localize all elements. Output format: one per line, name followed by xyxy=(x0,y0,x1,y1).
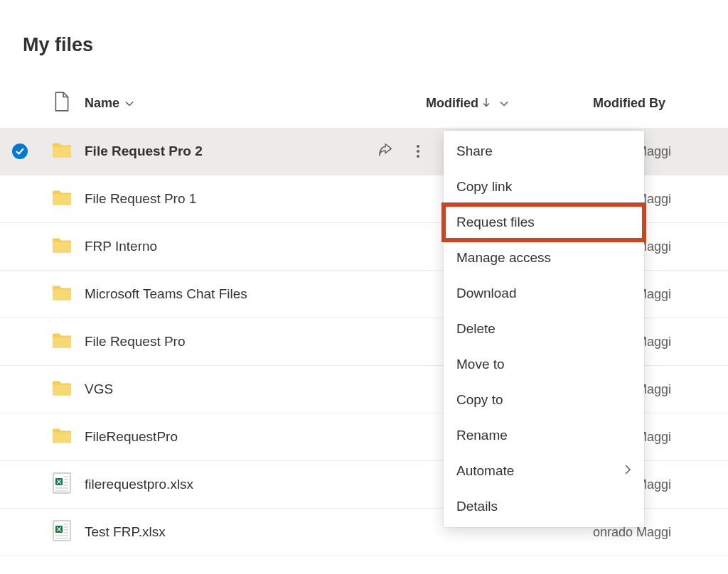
menu-item-automate[interactable]: Automate xyxy=(444,453,644,489)
menu-item-copy-link[interactable]: Copy link xyxy=(444,169,644,205)
menu-item-label: Delete xyxy=(456,321,496,337)
menu-item-move-to[interactable]: Move to xyxy=(444,347,644,382)
modified-column-header[interactable]: Modified xyxy=(426,96,593,111)
menu-item-label: Manage access xyxy=(456,250,551,266)
folder-icon xyxy=(39,427,85,448)
menu-item-label: Download xyxy=(456,286,517,301)
menu-item-delete[interactable]: Delete xyxy=(444,311,644,347)
more-actions-icon[interactable] xyxy=(414,142,422,161)
row-actions xyxy=(378,142,422,161)
file-name[interactable]: FRP Interno xyxy=(85,239,426,254)
file-name-text: Microsoft Teams Chat Files xyxy=(85,286,247,302)
file-name[interactable]: Test FRP.xlsx xyxy=(85,524,426,540)
page-title: My files xyxy=(0,0,728,56)
check-icon xyxy=(12,144,28,159)
name-column-label: Name xyxy=(85,96,119,111)
menu-item-details[interactable]: Details xyxy=(444,489,644,524)
file-name[interactable]: FileRequestPro xyxy=(85,429,426,445)
menu-item-label: Rename xyxy=(456,428,508,443)
file-name-text: Test FRP.xlsx xyxy=(85,524,166,540)
share-icon[interactable] xyxy=(378,142,394,161)
menu-item-label: Automate xyxy=(456,463,514,479)
file-name[interactable]: filerequestpro.xlsx xyxy=(85,477,426,492)
file-name-text: File Request Pro xyxy=(85,334,186,350)
modifiedby-column-label: Modified By xyxy=(593,96,665,111)
chevron-right-icon xyxy=(624,464,631,479)
excel-file-icon xyxy=(39,520,85,545)
menu-item-rename[interactable]: Rename xyxy=(444,418,644,453)
arrow-down-icon xyxy=(483,97,490,109)
table-header: Name Modified Modified By xyxy=(0,92,728,128)
menu-item-manage-access[interactable]: Manage access xyxy=(444,240,644,276)
col-icon-header xyxy=(39,92,85,115)
menu-item-request-files[interactable]: Request files xyxy=(444,205,644,240)
file-name[interactable]: File Request Pro 2 xyxy=(85,144,426,159)
file-name-text: FileRequestPro xyxy=(85,429,178,445)
modified-column-label: Modified xyxy=(426,96,478,111)
folder-icon xyxy=(39,189,85,210)
folder-icon xyxy=(39,141,85,162)
context-menu: ShareCopy linkRequest filesManage access… xyxy=(444,131,644,527)
file-name-text: VGS xyxy=(85,381,113,397)
menu-item-copy-to[interactable]: Copy to xyxy=(444,382,644,418)
menu-item-share[interactable]: Share xyxy=(444,134,644,169)
modifiedby-column-header[interactable]: Modified By xyxy=(593,96,728,111)
file-name[interactable]: File Request Pro 1 xyxy=(85,191,426,207)
folder-icon xyxy=(39,237,85,257)
menu-item-label: Share xyxy=(456,144,493,159)
file-name-text: File Request Pro 2 xyxy=(85,144,203,159)
menu-item-label: Details xyxy=(456,499,498,514)
chevron-down-icon xyxy=(500,99,508,109)
file-name-text: File Request Pro 1 xyxy=(85,191,196,207)
file-name[interactable]: Microsoft Teams Chat Files xyxy=(85,286,426,302)
menu-item-download[interactable]: Download xyxy=(444,276,644,311)
file-name[interactable]: File Request Pro xyxy=(85,334,426,350)
file-name-text: FRP Interno xyxy=(85,239,157,254)
menu-item-label: Move to xyxy=(456,357,505,372)
excel-file-icon xyxy=(39,472,85,497)
menu-item-label: Request files xyxy=(456,215,535,230)
name-column-header[interactable]: Name xyxy=(85,96,426,111)
chevron-down-icon xyxy=(125,99,134,109)
file-name[interactable]: VGS xyxy=(85,381,426,397)
menu-item-label: Copy to xyxy=(456,392,503,408)
menu-item-label: Copy link xyxy=(456,179,512,195)
folder-icon xyxy=(39,332,85,352)
folder-icon xyxy=(39,379,85,400)
file-outline-icon xyxy=(54,92,70,115)
row-checkbox[interactable] xyxy=(0,144,39,159)
folder-icon xyxy=(39,284,85,305)
file-name-text: filerequestpro.xlsx xyxy=(85,477,193,492)
